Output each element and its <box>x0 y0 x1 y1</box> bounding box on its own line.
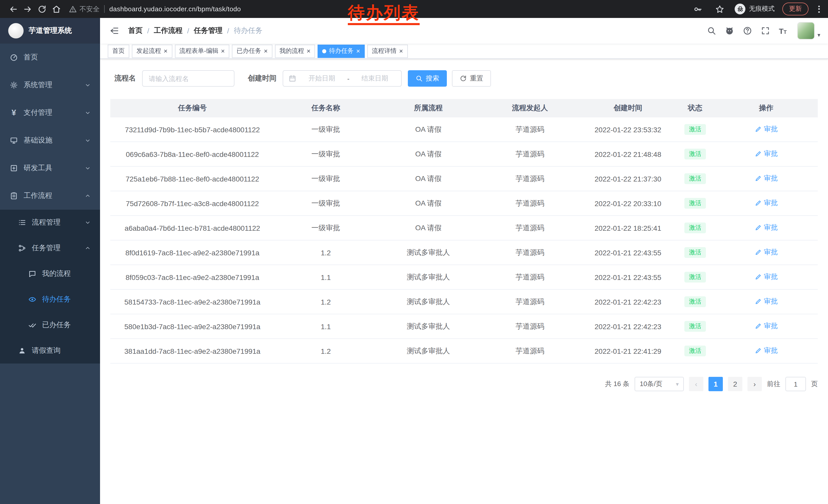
tab-todo-tasks[interactable]: 待办任务× <box>318 44 365 58</box>
tab-done-tasks[interactable]: 已办任务× <box>232 44 272 58</box>
user-menu[interactable]: ▾ <box>797 22 820 40</box>
tab-process-form-edit[interactable]: 流程表单-编辑× <box>175 44 229 58</box>
cell-created: 2022-01-21 22:43:55 <box>580 248 676 257</box>
cell-process: 测试多审批人 <box>377 248 480 257</box>
tab-initiate-process[interactable]: 发起流程× <box>132 44 172 58</box>
browser-toolbar-right: 无痕模式 更新 <box>691 2 822 16</box>
fullscreen-button[interactable] <box>761 26 770 35</box>
close-icon[interactable]: × <box>356 48 360 54</box>
browser-menu-button[interactable] <box>816 3 822 15</box>
cell-task-id: 75d72608-7b7f-11ec-a3c8-acde48001122 <box>110 199 275 208</box>
warning-icon <box>69 5 77 13</box>
page-button-1[interactable]: 1 <box>708 377 723 391</box>
approve-link[interactable]: 审批 <box>755 174 778 183</box>
address-bar[interactable]: 不安全 dashboard.yudao.iocoder.cn/bpm/task/… <box>69 4 241 13</box>
approve-link[interactable]: 审批 <box>755 272 778 281</box>
browser-back-button[interactable] <box>6 2 20 16</box>
close-icon[interactable]: × <box>221 48 225 54</box>
header-search-button[interactable] <box>707 26 716 35</box>
goto-label: 前往 <box>767 379 780 388</box>
breadcrumb-task-management[interactable]: 任务管理 <box>194 26 223 35</box>
browser-refresh-button[interactable] <box>35 2 49 16</box>
cell-task-name: 一级审批 <box>275 223 377 232</box>
tags-bar: 首页 发起流程× 流程表单-编辑× 已办任务× 我的流程× 待办任务× 流程详情… <box>100 44 828 59</box>
next-page-button[interactable]: › <box>747 377 762 391</box>
cell-process: OA 请假 <box>377 199 480 208</box>
approve-link[interactable]: 审批 <box>755 297 778 306</box>
breadcrumb-home[interactable]: 首页 <box>128 26 142 35</box>
sidebar-item-dev-tools[interactable]: 研发工具 <box>0 154 100 182</box>
sidebar-item-process-management[interactable]: 流程管理 <box>0 210 100 235</box>
table-row: 73211d9d-7b9b-11ec-b5b7-acde48001122 一级审… <box>110 118 818 142</box>
sidebar-item-workflow[interactable]: 工作流程 <box>0 182 100 210</box>
font-size-button[interactable]: TT <box>779 27 787 35</box>
table-row: a6aba0a4-7b6d-11ec-b781-acde48001122 一级审… <box>110 216 818 240</box>
reset-button[interactable]: 重置 <box>452 70 491 87</box>
approve-link[interactable]: 审批 <box>755 125 778 134</box>
date-range-picker[interactable]: 开始日期 - 结束日期 <box>283 70 402 87</box>
avatar[interactable] <box>797 22 815 40</box>
browser-update-button[interactable]: 更新 <box>782 3 809 15</box>
github-button[interactable] <box>725 26 734 35</box>
cell-task-name: 一级审批 <box>275 125 377 134</box>
status-badge: 激活 <box>685 321 706 332</box>
double-check-icon <box>28 321 37 329</box>
sidebar-item-home[interactable]: 首页 <box>0 44 100 71</box>
bookmark-button[interactable] <box>713 2 727 16</box>
page-size-select[interactable]: 10条/页 ▾ <box>634 377 684 391</box>
tab-process-detail[interactable]: 流程详情× <box>367 44 408 58</box>
cell-created: 2022-01-21 22:42:23 <box>580 297 676 306</box>
close-icon[interactable]: × <box>264 48 267 54</box>
approve-link[interactable]: 审批 <box>755 321 778 331</box>
sidebar-item-leave-query[interactable]: 请假查询 <box>0 338 100 364</box>
app-logo-row[interactable]: 芋道管理系统 <box>0 18 100 44</box>
prev-page-button[interactable]: ‹ <box>689 377 703 391</box>
goto-page-input[interactable] <box>785 377 806 391</box>
cell-task-id: 58154733-7ac8-11ec-a9e2-a2380e71991a <box>110 297 275 306</box>
sidebar-item-done-tasks[interactable]: 已办任务 <box>0 312 100 338</box>
search-button[interactable]: 搜索 <box>408 70 447 87</box>
sidebar-menu: 首页 系统管理 ¥ 支付管理 基础设施 <box>0 44 100 364</box>
cell-created: 2022-01-22 21:48:48 <box>580 150 676 158</box>
sidebar-item-payment-management[interactable]: ¥ 支付管理 <box>0 99 100 127</box>
security-status[interactable]: 不安全 <box>69 4 99 13</box>
sidebar-item-my-processes[interactable]: 我的流程 <box>0 261 100 287</box>
page-button-2[interactable]: 2 <box>728 377 742 391</box>
process-name-input[interactable] <box>142 70 235 87</box>
sidebar-item-todo-tasks[interactable]: 待办任务 <box>0 287 100 312</box>
status-badge: 激活 <box>685 148 706 159</box>
tab-home[interactable]: 首页 <box>108 44 129 58</box>
close-icon[interactable]: × <box>164 48 167 54</box>
approve-link[interactable]: 审批 <box>755 223 778 232</box>
cell-task-id: 381aa1dd-7ac8-11ec-a9e2-a2380e71991a <box>110 347 275 355</box>
close-icon[interactable]: × <box>399 48 403 54</box>
edit-icon <box>755 175 762 182</box>
status-badge: 激活 <box>685 296 706 307</box>
table-row: 069c6a63-7b8a-11ec-8ef0-acde48001122 一级审… <box>110 142 818 167</box>
approve-link[interactable]: 审批 <box>755 149 778 158</box>
approve-link[interactable]: 审批 <box>755 198 778 208</box>
sidebar-item-system-management[interactable]: 系统管理 <box>0 71 100 99</box>
sidebar-collapse-button[interactable] <box>108 24 121 37</box>
tab-my-processes[interactable]: 我的流程× <box>275 44 315 58</box>
breadcrumb-workflow[interactable]: 工作流程 <box>154 26 182 35</box>
create-time-label: 创建时间 <box>248 74 277 83</box>
cell-task-name: 1.1 <box>275 322 377 330</box>
refresh-icon <box>460 75 467 82</box>
tools-icon <box>9 164 18 172</box>
browser-home-button[interactable] <box>49 2 64 16</box>
sidebar-item-task-management[interactable]: 任务管理 <box>0 235 100 261</box>
sidebar-item-infrastructure[interactable]: 基础设施 <box>0 127 100 154</box>
browser-forward-button[interactable] <box>20 2 35 16</box>
edit-icon <box>755 273 762 280</box>
password-manager-button[interactable] <box>691 2 705 16</box>
close-icon[interactable]: × <box>307 48 310 54</box>
cell-initiator: 芋道源码 <box>480 174 580 183</box>
cell-initiator: 芋道源码 <box>480 125 580 134</box>
chevron-down-icon <box>85 165 91 171</box>
cell-process: OA 请假 <box>377 223 480 232</box>
todo-task-table: 任务编号 任务名称 所属流程 流程发起人 创建时间 状态 操作 73211d9d… <box>110 99 818 364</box>
approve-link[interactable]: 审批 <box>755 346 778 355</box>
approve-link[interactable]: 审批 <box>755 248 778 257</box>
help-button[interactable] <box>743 26 752 35</box>
